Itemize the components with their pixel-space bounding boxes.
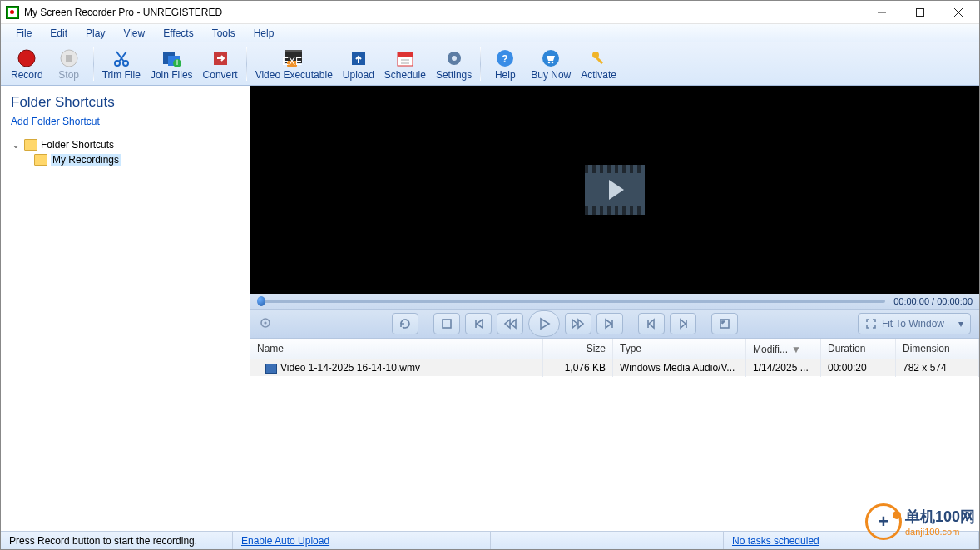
join-files-icon: + bbox=[161, 47, 181, 69]
sidebar-title: Folder Shortcuts bbox=[11, 94, 240, 111]
svg-text:?: ? bbox=[502, 53, 508, 65]
chevron-down-icon[interactable]: ▾ bbox=[953, 318, 963, 330]
convert-button[interactable]: Convert bbox=[198, 44, 243, 84]
title-bar: My Screen Recorder Pro - UNREGISTERED bbox=[1, 1, 979, 24]
tree-root[interactable]: ⌄ Folder Shortcuts bbox=[11, 137, 240, 152]
svg-rect-33 bbox=[596, 57, 603, 64]
folder-icon bbox=[24, 139, 37, 151]
col-dimension[interactable]: Dimension bbox=[896, 339, 979, 359]
next-button[interactable] bbox=[596, 313, 623, 334]
menu-view[interactable]: View bbox=[115, 26, 153, 41]
join-button[interactable]: +Join Files bbox=[146, 44, 198, 84]
minimize-button[interactable] bbox=[863, 1, 901, 23]
svg-point-31 bbox=[552, 61, 554, 63]
fullscreen-button[interactable] bbox=[711, 313, 738, 334]
svg-point-30 bbox=[548, 61, 551, 63]
menu-tools[interactable]: Tools bbox=[204, 26, 244, 41]
svg-rect-22 bbox=[398, 52, 413, 57]
forward-button[interactable] bbox=[565, 313, 591, 334]
stop-icon bbox=[59, 47, 79, 69]
menu-effects[interactable]: Effects bbox=[155, 26, 201, 41]
video-exe-button[interactable]: EXEVideo Executable bbox=[250, 44, 338, 84]
menu-bar: File Edit Play View Effects Tools Help bbox=[1, 24, 979, 42]
trim-button[interactable]: Trim File bbox=[97, 44, 146, 84]
menu-edit[interactable]: Edit bbox=[42, 26, 76, 41]
activate-button[interactable]: Activate bbox=[576, 44, 621, 84]
stop-button[interactable]: Stop bbox=[48, 44, 90, 84]
schedule-button[interactable]: Schedule bbox=[379, 44, 431, 84]
svg-text:EXE: EXE bbox=[283, 56, 302, 67]
menu-help[interactable]: Help bbox=[245, 26, 283, 41]
playback-controls: Fit To Window ▾ bbox=[250, 309, 979, 339]
scissors-icon bbox=[111, 47, 131, 69]
folder-icon bbox=[34, 154, 47, 166]
svg-rect-6 bbox=[66, 55, 72, 62]
video-file-icon bbox=[265, 364, 277, 374]
maximize-button[interactable] bbox=[901, 1, 939, 23]
menu-play[interactable]: Play bbox=[77, 26, 113, 41]
video-preview[interactable] bbox=[250, 86, 979, 294]
rewind-button[interactable] bbox=[497, 313, 523, 334]
prev-button[interactable] bbox=[465, 313, 492, 334]
svg-point-26 bbox=[452, 56, 457, 61]
sidebar: Folder Shortcuts Add Folder Shortcut ⌄ F… bbox=[1, 86, 250, 531]
help-icon: ? bbox=[495, 47, 515, 69]
col-size[interactable]: Size bbox=[543, 339, 613, 359]
file-row[interactable]: Video 1-14-2025 16-14-10.wmv 1,076 KB Wi… bbox=[250, 359, 979, 376]
status-bar: Press Record button to start the recordi… bbox=[1, 531, 979, 549]
record-button[interactable]: Record bbox=[6, 44, 48, 84]
tree-my-recordings[interactable]: My Recordings bbox=[34, 152, 240, 167]
svg-point-35 bbox=[264, 321, 266, 324]
settings-button[interactable]: Settings bbox=[431, 44, 477, 84]
step-back-button[interactable] bbox=[638, 313, 665, 334]
upload-icon bbox=[349, 47, 369, 69]
svg-rect-1 bbox=[917, 8, 924, 16]
cart-icon bbox=[541, 47, 561, 69]
video-placeholder-icon bbox=[585, 165, 645, 215]
toolbar: Record Stop Trim File +Join Files Conver… bbox=[1, 42, 979, 86]
player-settings-icon[interactable] bbox=[259, 316, 272, 332]
step-fwd-button[interactable] bbox=[670, 313, 696, 334]
app-icon bbox=[6, 6, 19, 19]
expand-icon bbox=[865, 318, 877, 330]
play-button[interactable] bbox=[528, 310, 560, 337]
file-list-header: Name Size Type Modifi...▼ Duration Dimen… bbox=[250, 339, 979, 359]
window-title: My Screen Recorder Pro - UNREGISTERED bbox=[24, 7, 222, 18]
calendar-icon bbox=[395, 47, 415, 69]
record-icon bbox=[17, 47, 37, 69]
col-modified[interactable]: Modifi...▼ bbox=[746, 339, 821, 359]
buy-button[interactable]: Buy Now bbox=[526, 44, 576, 84]
fit-to-window-button[interactable]: Fit To Window ▾ bbox=[858, 313, 971, 334]
upload-button[interactable]: Upload bbox=[338, 44, 379, 84]
svg-point-4 bbox=[18, 50, 35, 67]
svg-rect-36 bbox=[443, 320, 451, 328]
key-icon bbox=[589, 47, 609, 69]
chevron-down-icon[interactable]: ⌄ bbox=[11, 139, 21, 151]
add-folder-shortcut-link[interactable]: Add Folder Shortcut bbox=[11, 116, 100, 127]
close-button[interactable] bbox=[939, 1, 978, 23]
col-name[interactable]: Name bbox=[250, 339, 543, 359]
enable-auto-upload-link[interactable]: Enable Auto Upload bbox=[241, 535, 329, 547]
no-tasks-link[interactable]: No tasks scheduled bbox=[732, 535, 819, 547]
help-button[interactable]: ?Help bbox=[484, 44, 526, 84]
repeat-button[interactable] bbox=[392, 313, 418, 334]
sort-desc-icon: ▼ bbox=[791, 344, 801, 355]
convert-icon bbox=[210, 47, 230, 69]
svg-text:+: + bbox=[175, 57, 181, 68]
col-duration[interactable]: Duration bbox=[821, 339, 896, 359]
file-list: Name Size Type Modifi...▼ Duration Dimen… bbox=[250, 339, 979, 531]
menu-file[interactable]: File bbox=[7, 26, 40, 41]
exe-icon: EXE bbox=[283, 47, 304, 69]
seek-knob[interactable] bbox=[257, 296, 265, 306]
stop-playback-button[interactable] bbox=[433, 313, 460, 334]
gear-icon bbox=[444, 47, 464, 69]
folder-tree: ⌄ Folder Shortcuts My Recordings bbox=[11, 137, 240, 167]
seek-bar[interactable]: 00:00:00 / 00:00:00 bbox=[250, 294, 979, 309]
svg-rect-17 bbox=[285, 50, 302, 52]
status-hint: Press Record button to start the recordi… bbox=[1, 532, 233, 549]
col-type[interactable]: Type bbox=[613, 339, 746, 359]
time-display: 00:00:00 / 00:00:00 bbox=[893, 296, 973, 306]
